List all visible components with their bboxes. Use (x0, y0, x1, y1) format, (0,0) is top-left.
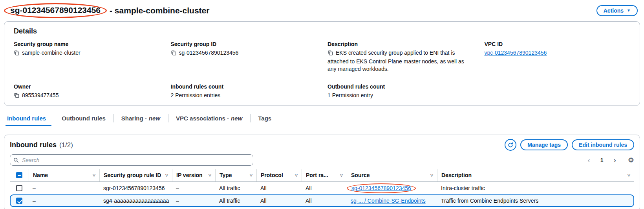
field-label: VPC ID (485, 41, 631, 47)
column-header-port-range[interactable]: Port ra...▽ (302, 169, 347, 181)
cell-source: sg-01234567890123456 (347, 185, 437, 192)
owner-value: 895539477455 (22, 92, 59, 98)
vpc-id-link[interactable]: vpc-01234567890123456 (485, 50, 547, 56)
refresh-button[interactable] (505, 139, 516, 151)
copy-icon[interactable] (14, 92, 19, 100)
source-link[interactable]: sg-01234567890123456 (351, 185, 411, 191)
column-label: Security group rule ID (104, 172, 161, 178)
row-checkbox[interactable] (16, 185, 22, 191)
settings-gear-icon[interactable]: ⚙ (628, 156, 634, 165)
column-header-rule-id[interactable]: Security group rule ID▽ (99, 169, 172, 181)
search-icon (13, 157, 19, 163)
sort-icon: ▽ (340, 173, 343, 177)
field-value: vpc-01234567890123456 (485, 49, 631, 57)
tab-tags[interactable]: Tags (250, 111, 279, 126)
select-all-checkbox[interactable] (16, 172, 22, 178)
annotation-ellipse-source: sg-01234567890123456 (347, 183, 416, 193)
inbound-rules-table: Name▽ Security group rule ID▽ IP version… (10, 169, 634, 207)
table-header-row: Name▽ Security group rule ID▽ IP version… (10, 169, 634, 182)
sort-icon: ▽ (93, 173, 95, 177)
cell-name: – (29, 198, 99, 204)
select-all-cell (10, 169, 29, 181)
prev-page-button[interactable]: ‹ (585, 156, 592, 164)
page-header: sg-01234567890123456 - sample-combine-cl… (0, 0, 644, 20)
pagination: ‹ 1 › ⚙ (585, 156, 634, 165)
copy-icon[interactable] (14, 50, 19, 58)
cell-type: All traffic (215, 198, 256, 204)
edit-inbound-rules-button[interactable]: Edit inbound rules (572, 139, 634, 150)
column-header-name[interactable]: Name▽ (29, 169, 99, 181)
column-header-source[interactable]: Source▽ (347, 169, 437, 181)
row-checkbox[interactable] (16, 198, 22, 204)
security-group-id-value: sg-01234567890123456 (179, 50, 239, 56)
field-value: sg-01234567890123456 (171, 49, 317, 58)
security-group-page: sg-01234567890123456 - sample-combine-cl… (0, 0, 644, 209)
field-security-group-name: Security group name sample-combine-clust… (14, 41, 160, 73)
field-value: sample-combine-cluster (14, 49, 160, 58)
field-label: Description (327, 41, 474, 47)
row-select-cell (10, 198, 29, 204)
field-value: EKS created security group applied to EN… (327, 49, 474, 73)
search-box (10, 154, 253, 166)
tab-label: Sharing - (121, 115, 147, 122)
field-label: Security group ID (171, 41, 317, 47)
cell-ip-version: – (172, 185, 215, 191)
page-title: sg-01234567890123456 - sample-combine-cl… (4, 3, 209, 18)
column-header-ip-version[interactable]: IP version▽ (172, 169, 215, 181)
edit-inbound-rules-label: Edit inbound rules (579, 142, 627, 148)
details-title: Details (14, 27, 630, 35)
cell-type: All traffic (215, 185, 256, 191)
table-row[interactable]: – sg4-aaaaaaaaaaaaaaaaaa – All traffic A… (10, 194, 634, 207)
next-page-button[interactable]: › (611, 156, 618, 164)
inbound-rules-count-badge: (1/2) (59, 141, 73, 149)
cell-rule-id: sgr-01234567890123456 (99, 185, 172, 191)
cell-protocol: All (256, 185, 302, 191)
copy-icon[interactable] (327, 50, 333, 58)
manage-tags-button[interactable]: Manage tags (520, 139, 568, 150)
field-label: Inbound rules count (171, 83, 317, 90)
inbound-rules-title: Inbound rules (1/2) (10, 141, 73, 149)
manage-tags-label: Manage tags (527, 142, 561, 148)
details-grid: Security group name sample-combine-clust… (14, 41, 630, 100)
cell-source: sg-... / Combine-SG-Endpoints (347, 198, 437, 204)
sort-icon: ▽ (209, 173, 211, 177)
sort-icon: ▽ (165, 173, 168, 177)
table-row[interactable]: – sgr-01234567890123456 – All traffic Al… (10, 182, 634, 194)
cell-description: Intra-cluster traffic (437, 185, 634, 191)
outbound-rules-count-value: 1 Permission entry (327, 92, 474, 100)
sort-icon: ▽ (295, 173, 298, 177)
field-inbound-rules-count: Inbound rules count 2 Permission entries (171, 83, 317, 100)
search-input[interactable] (10, 154, 253, 166)
tab-vpc-associations[interactable]: VPC associations -new (168, 111, 250, 126)
tab-label: Tags (258, 115, 271, 122)
column-header-description[interactable]: Description▽ (437, 169, 634, 181)
copy-icon[interactable] (171, 50, 176, 58)
column-header-protocol[interactable]: Protocol▽ (256, 169, 302, 181)
tab-label: VPC associations - (176, 115, 229, 122)
column-label: Type (220, 172, 232, 178)
cell-port-range: All (302, 185, 347, 191)
details-panel: Details Security group name sample-combi… (4, 21, 640, 106)
table-toolbar: ‹ 1 › ⚙ (10, 154, 634, 166)
column-label: Protocol (261, 172, 283, 178)
field-owner: Owner 895539477455 (14, 83, 160, 100)
page-number[interactable]: 1 (598, 157, 606, 164)
tab-inbound-rules[interactable]: Inbound rules (5, 111, 54, 126)
field-label: Outbound rules count (327, 83, 474, 90)
security-group-id-text: sg-01234567890123456 (10, 6, 101, 15)
tab-outbound-rules[interactable]: Outbound rules (54, 111, 113, 126)
column-header-type[interactable]: Type▽ (215, 169, 256, 181)
cell-description: Traffic from Combine Endpoints Servers (437, 198, 634, 204)
tab-sharing[interactable]: Sharing -new (113, 111, 168, 126)
field-label: Security group name (14, 41, 160, 47)
security-group-name-value: sample-combine-cluster (22, 50, 80, 56)
chevron-down-icon: ▼ (627, 9, 631, 13)
actions-button[interactable]: Actions ▼ (596, 5, 638, 16)
annotation-ellipse-header: sg-01234567890123456 (4, 3, 107, 18)
source-link[interactable]: sg-... / Combine-SG-Endpoints (351, 198, 426, 204)
column-label: Name (33, 172, 48, 178)
column-label: Source (351, 172, 370, 178)
description-value: EKS created security group applied to EN… (327, 50, 464, 72)
column-label: IP version (176, 172, 203, 178)
page-title-rest: - sample-combine-cluster (110, 6, 209, 15)
